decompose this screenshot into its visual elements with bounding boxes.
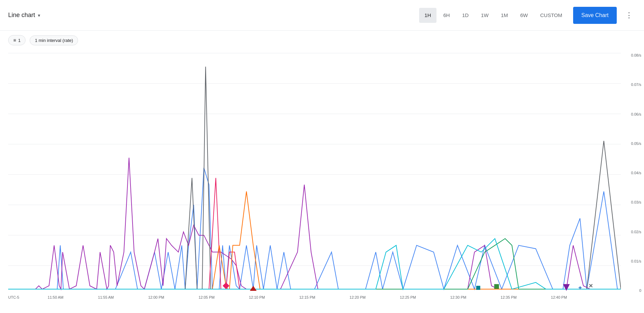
x-label-1155: 11:55 AM [98,295,114,299]
more-icon: ⋮ [625,11,633,20]
y-label-7: 0.01/s [624,259,641,263]
time-btn-1w[interactable]: 1W [475,8,494,23]
dropdown-arrow-icon: ▾ [38,13,40,18]
y-label-6: 0.02/s [624,230,641,234]
time-btn-1m[interactable]: 1M [495,8,513,23]
time-range-group: 1H 6H 1D 1W 1M 6W CUSTOM [419,8,568,23]
y-label-5: 0.03/s [624,200,641,204]
sub-bar: ≡ 1 1 min interval (rate) [0,31,644,50]
marker-plus-blue: + [578,284,582,291]
time-btn-custom[interactable]: CUSTOM [535,8,568,23]
more-options-button[interactable]: ⋮ [622,9,636,22]
marker-square-green [494,284,499,289]
y-label-4: 0.04/s [624,171,641,175]
interval-pill[interactable]: 1 min interval (rate) [30,35,78,45]
time-btn-1h[interactable]: 1H [419,8,436,23]
marker-x-gray: ✕ [588,283,593,289]
x-label-1220: 12:20 PM [350,295,366,299]
time-btn-1d[interactable]: 1D [457,8,474,23]
x-label-1210: 12:10 PM [249,295,265,299]
time-btn-6h[interactable]: 6H [438,8,455,23]
marker-square-teal [476,286,480,290]
marker-triangle-purple [563,284,570,291]
y-axis-labels: 0.08/s 0.07/s 0.06/s 0.05/s 0.04/s 0.03/… [624,50,644,293]
y-label-0: 0.08/s [624,53,641,57]
x-label-1225: 12:25 PM [400,295,416,299]
x-axis-labels: UTC-5 11:50 AM 11:55 AM 12:00 PM 12:05 P… [0,293,624,313]
series-green [8,239,621,289]
filter-pill[interactable]: ≡ 1 [8,35,26,45]
series-purple [8,158,621,289]
x-label-1240: 12:40 PM [551,295,567,299]
y-label-1: 0.07/s [624,83,641,87]
x-label-1215: 12:15 PM [299,295,315,299]
marker-triangle-down [250,286,257,291]
time-btn-6w[interactable]: 6W [515,8,534,23]
chart-area: 0.08/s 0.07/s 0.06/s 0.05/s 0.04/s 0.03/… [0,50,644,313]
x-label-1150: 11:50 AM [48,295,63,299]
x-label-utc5: UTC-5 [8,295,19,299]
interval-label: 1 min interval (rate) [35,38,73,43]
line-chart-svg: + ✕ [8,50,621,293]
series-orange [8,191,621,289]
top-bar: Line chart ▾ 1H 6H 1D 1W 1M 6W CUSTOM Sa… [0,0,644,31]
x-label-1235: 12:35 PM [501,295,517,299]
chart-type-selector[interactable]: Line chart ▾ [8,12,40,19]
series-teal [8,239,621,289]
filter-count: 1 [18,38,20,43]
x-label-1230: 12:30 PM [450,295,466,299]
chart-type-label: Line chart [8,12,35,19]
filter-icon: ≡ [13,38,16,43]
y-label-3: 0.05/s [624,141,641,146]
marker-diamond-pink [223,282,229,289]
save-chart-button[interactable]: Save Chart [573,7,617,24]
y-label-8: 0 [624,288,641,293]
y-label-2: 0.06/s [624,112,641,116]
x-label-1200: 12:00 PM [148,295,164,299]
x-label-1205: 12:05 PM [199,295,215,299]
